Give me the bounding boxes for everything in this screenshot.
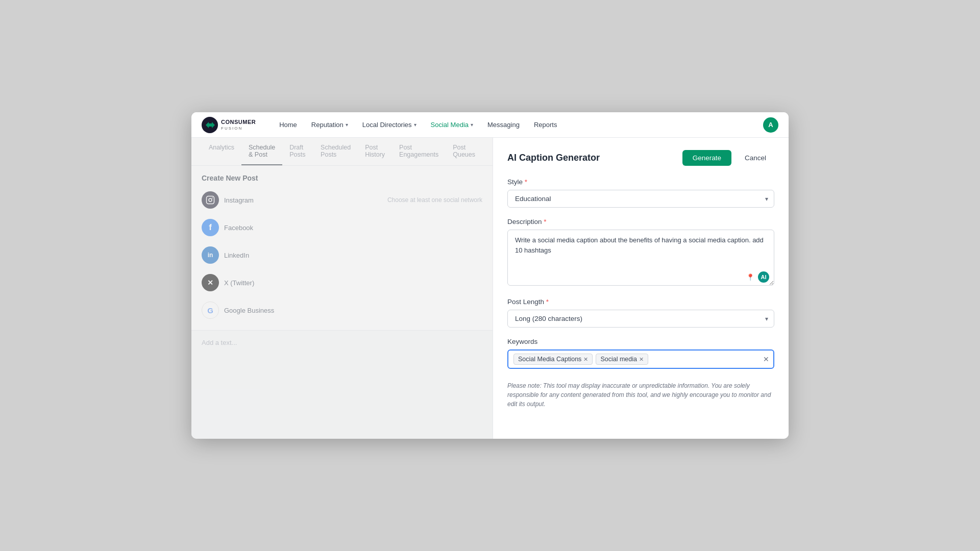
svg-point-3 (212, 197, 213, 198)
logo-text-block: CONSUMER FUSION (221, 119, 256, 130)
nav-reports-label: Reports (534, 121, 557, 129)
add-text-placeholder: Add a text... (191, 331, 493, 355)
avatar[interactable]: A (763, 117, 778, 133)
nav-item-home[interactable]: Home (273, 118, 303, 132)
chevron-down-icon: ▾ (414, 122, 416, 128)
ai-icon[interactable]: AI (758, 271, 769, 283)
social-item-twitter[interactable]: ✕ X (Twitter) (202, 271, 482, 294)
main-content: Analytics Schedule & Post Draft Posts Sc… (191, 138, 789, 439)
svg-point-2 (209, 198, 212, 202)
ai-caption-panel: AI Caption Generator Generate Cancel Sty… (493, 138, 789, 439)
post-length-select[interactable]: Short (50 characters) Medium (150 charac… (507, 310, 774, 328)
google-icon: G (202, 302, 219, 319)
nav-item-reputation[interactable]: Reputation ▾ (305, 118, 354, 132)
modal-header: AI Caption Generator Generate Cancel (507, 150, 774, 166)
nav-item-reports[interactable]: Reports (528, 118, 564, 132)
keyword-smc-remove[interactable]: ✕ (583, 356, 588, 363)
keyword-smc-label: Social Media Captions (518, 356, 581, 363)
facebook-icon: f (202, 219, 219, 236)
choose-network-hint: Choose at least one social network (387, 196, 482, 204)
facebook-label: Facebook (224, 224, 253, 232)
post-length-select-wrapper: Short (50 characters) Medium (150 charac… (507, 310, 774, 328)
nav-items: Home Reputation ▾ Local Directories ▾ So… (273, 118, 751, 132)
description-label: Description * (507, 218, 774, 226)
keywords-wrapper[interactable]: Social Media Captions ✕ Social media ✕ ✕ (507, 349, 774, 369)
keyword-tag-sm: Social media ✕ (596, 354, 648, 365)
tab-analytics[interactable]: Analytics (202, 138, 241, 165)
description-textarea[interactable]: Write a social media caption about the b… (507, 230, 774, 286)
keywords-label: Keywords (507, 338, 774, 345)
modal-title: AI Caption Generator (507, 153, 600, 163)
modal-actions: Generate Cancel (682, 150, 774, 166)
nav-item-local-directories[interactable]: Local Directories ▾ (356, 118, 423, 132)
style-field-group: Style * Educational Informative Promotio… (507, 178, 774, 208)
nav-right: A (763, 117, 778, 133)
nav-messaging-label: Messaging (487, 121, 520, 129)
sub-nav: Analytics Schedule & Post Draft Posts Sc… (191, 138, 493, 166)
twitter-icon: ✕ (202, 274, 219, 291)
tab-scheduled-posts[interactable]: Scheduled Posts (313, 138, 358, 165)
location-icon[interactable]: 📍 (745, 271, 756, 283)
instagram-icon (202, 191, 219, 209)
keyword-tag-smc: Social Media Captions ✕ (513, 354, 593, 365)
social-item-instagram[interactable]: Instagram Choose at least one social net… (202, 188, 482, 212)
chevron-down-icon: ▾ (471, 122, 473, 128)
social-item-facebook[interactable]: f Facebook (202, 216, 482, 239)
tab-post-engagements[interactable]: Post Engagements (392, 138, 446, 165)
description-field-group: Description * Write a social media capti… (507, 218, 774, 288)
tab-post-history[interactable]: Post History (358, 138, 392, 165)
keywords-clear-button[interactable]: ✕ (763, 355, 769, 363)
brand-sub: FUSION (221, 126, 256, 131)
social-network-list: Instagram Choose at least one social net… (202, 188, 482, 322)
post-length-field-group: Post Length * Short (50 characters) Medi… (507, 298, 774, 328)
google-label: Google Business (224, 307, 274, 314)
chevron-down-icon: ▾ (346, 122, 348, 128)
generate-button[interactable]: Generate (682, 150, 731, 166)
nav-item-messaging[interactable]: Messaging (481, 118, 526, 132)
keywords-field-group: Keywords Social Media Captions ✕ Social … (507, 338, 774, 369)
nav-home-label: Home (279, 121, 297, 129)
description-textarea-wrapper: Write a social media caption about the b… (507, 230, 774, 288)
social-item-linkedin[interactable]: in LinkedIn (202, 243, 482, 267)
post-length-label: Post Length * (507, 298, 774, 306)
app-window: CONSUMER FUSION Home Reputation ▾ Local … (191, 112, 789, 439)
tab-schedule-post[interactable]: Schedule & Post (241, 138, 282, 165)
linkedin-label: LinkedIn (224, 252, 249, 259)
disclaimer-text: Please note: This tool may display inacc… (507, 381, 774, 409)
style-select[interactable]: Educational Informative Promotional Ente… (507, 190, 774, 208)
tab-post-queues[interactable]: Post Queues (446, 138, 482, 165)
nav-item-social-media[interactable]: Social Media ▾ (425, 118, 479, 132)
nav-reputation-label: Reputation (311, 121, 344, 129)
create-post-area: Create New Post Instagram Choose at leas… (191, 166, 493, 331)
style-select-wrapper: Educational Informative Promotional Ente… (507, 190, 774, 208)
logo-icon (202, 117, 218, 133)
tab-draft-posts[interactable]: Draft Posts (282, 138, 313, 165)
linkedin-icon: in (202, 246, 219, 264)
brand-name: CONSUMER (221, 119, 256, 126)
social-item-google[interactable]: G Google Business (202, 298, 482, 322)
style-label: Style * (507, 178, 774, 186)
twitter-label: X (Twitter) (224, 279, 254, 287)
instagram-label: Instagram (224, 196, 254, 204)
nav-local-label: Local Directories (362, 121, 412, 129)
svg-rect-1 (207, 196, 214, 204)
left-panel: Analytics Schedule & Post Draft Posts Sc… (191, 138, 493, 439)
textarea-icons: 📍 AI (745, 271, 769, 283)
create-post-title: Create New Post (202, 174, 482, 182)
logo-area: CONSUMER FUSION (202, 117, 256, 133)
cancel-button[interactable]: Cancel (737, 150, 774, 166)
nav-social-label: Social Media (431, 121, 469, 129)
keyword-sm-remove[interactable]: ✕ (639, 356, 644, 363)
top-nav: CONSUMER FUSION Home Reputation ▾ Local … (191, 112, 789, 138)
keyword-sm-label: Social media (600, 356, 637, 363)
